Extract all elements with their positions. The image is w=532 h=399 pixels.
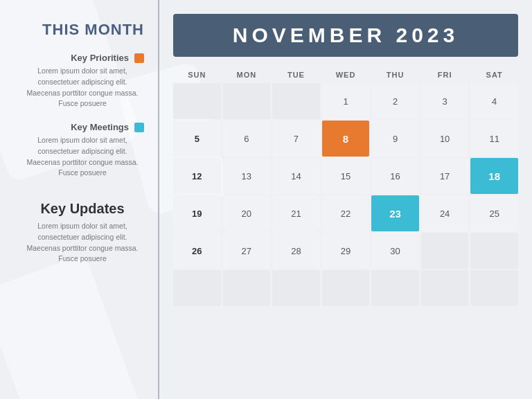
- day-cell-empty: [470, 270, 518, 306]
- calendar-day-headers: SUN MON TUE WED THU FRI SAT: [173, 68, 518, 82]
- key-priorities-color-box: [134, 53, 144, 63]
- day-cell-empty: [272, 83, 320, 119]
- day-cell-empty: [173, 83, 221, 119]
- day-cell-empty: [470, 233, 518, 269]
- calendar-grid: SUN MON TUE WED THU FRI SAT 1234 5 6 7 8…: [173, 68, 518, 385]
- key-priorities-section: Key Priorities Lorem ipsum dolor sit ame…: [21, 53, 144, 109]
- day-cell-14: 14: [272, 158, 320, 194]
- day-header-thu: THU: [371, 68, 419, 82]
- day-cell-21: 21: [272, 195, 320, 231]
- day-cell-26: 26: [173, 233, 221, 269]
- day-cell-24: 24: [421, 195, 469, 231]
- day-cell-9: 9: [371, 121, 419, 157]
- key-updates-text: Lorem ipsum dolor sit amet, consectetuer…: [21, 221, 144, 265]
- day-cell-8: 8: [322, 121, 370, 157]
- day-cell-15: 15: [322, 158, 370, 194]
- day-cell-27: 27: [223, 233, 271, 269]
- day-header-sun: SUN: [173, 68, 221, 82]
- day-cell-16: 16: [371, 158, 419, 194]
- day-cell-11: 11: [470, 121, 518, 157]
- key-priorities-header: Key Priorities: [21, 53, 144, 63]
- day-header-wed: WED: [322, 68, 370, 82]
- calendar-week-1: 1234: [173, 83, 518, 119]
- calendar-week-5: 26 27 28 29 30: [173, 233, 518, 269]
- day-cell-empty: [371, 270, 419, 306]
- day-header-tue: TUE: [272, 68, 320, 82]
- day-cell-empty: [173, 270, 221, 306]
- day-cell-empty: [272, 270, 320, 306]
- day-cell-empty: [223, 270, 271, 306]
- calendar-header: NOVEMBER 2023: [173, 14, 518, 57]
- day-cell-22: 22: [322, 195, 370, 231]
- day-cell-18: 18: [470, 158, 518, 194]
- day-cell-19: 19: [173, 195, 221, 231]
- day-cell-4: 4: [470, 83, 518, 119]
- key-updates-section: Key Updates Lorem ipsum dolor sit amet, …: [21, 191, 144, 265]
- day-cell-20: 20: [223, 195, 271, 231]
- key-priorities-text: Lorem ipsum dolor sit amet, consectetuer…: [21, 66, 144, 109]
- sidebar-title: THIS MONTH: [21, 21, 144, 39]
- day-cell-30: 30: [371, 233, 419, 269]
- day-cell-12: 12: [173, 158, 221, 194]
- day-cell-7: 7: [272, 121, 320, 157]
- calendar-week-2: 5 6 7 8 9 10 11: [173, 121, 518, 157]
- day-cell-empty: [223, 83, 271, 119]
- calendar-week-6: [173, 270, 518, 306]
- day-header-sat: SAT: [470, 68, 518, 82]
- calendar-header-text: NOVEMBER 2023: [187, 24, 504, 47]
- day-cell-empty: [322, 270, 370, 306]
- calendar-area: NOVEMBER 2023 SUN MON TUE WED THU FRI SA…: [159, 0, 532, 399]
- key-meetings-color-box: [134, 123, 144, 132]
- key-meetings-header: Key Meetings: [21, 122, 144, 132]
- day-cell-6: 6: [223, 121, 271, 157]
- day-cell-empty: [421, 233, 469, 269]
- calendar-week-3: 12 13 14 15 16 17 18: [173, 158, 518, 194]
- day-cell-5: 5: [173, 121, 221, 157]
- sidebar: THIS MONTH Key Priorities Lorem ipsum do…: [0, 0, 159, 399]
- key-meetings-label: Key Meetings: [71, 122, 129, 132]
- day-cell-28: 28: [272, 233, 320, 269]
- key-meetings-section: Key Meetings Lorem ipsum dolor sit amet,…: [21, 122, 144, 179]
- key-priorities-label: Key Priorities: [71, 53, 129, 63]
- day-cell-13: 13: [223, 158, 271, 194]
- main-container: THIS MONTH Key Priorities Lorem ipsum do…: [0, 0, 532, 399]
- day-cell-2: 2: [371, 83, 419, 119]
- day-header-fri: FRI: [421, 68, 469, 82]
- day-cell-3: 3: [421, 83, 469, 119]
- day-header-mon: MON: [223, 68, 271, 82]
- day-cell-29: 29: [322, 233, 370, 269]
- day-cell-1: 1: [322, 83, 370, 119]
- day-cell-empty: [421, 270, 469, 306]
- day-cell-23: 23: [371, 195, 419, 231]
- day-cell-10: 10: [421, 121, 469, 157]
- calendar-week-4: 19 20 21 22 23 24 25: [173, 195, 518, 231]
- key-meetings-text: Lorem ipsum dolor sit amet, consectetuer…: [21, 135, 144, 179]
- key-updates-title: Key Updates: [21, 201, 144, 217]
- day-cell-17: 17: [421, 158, 469, 194]
- day-cell-25: 25: [470, 195, 518, 231]
